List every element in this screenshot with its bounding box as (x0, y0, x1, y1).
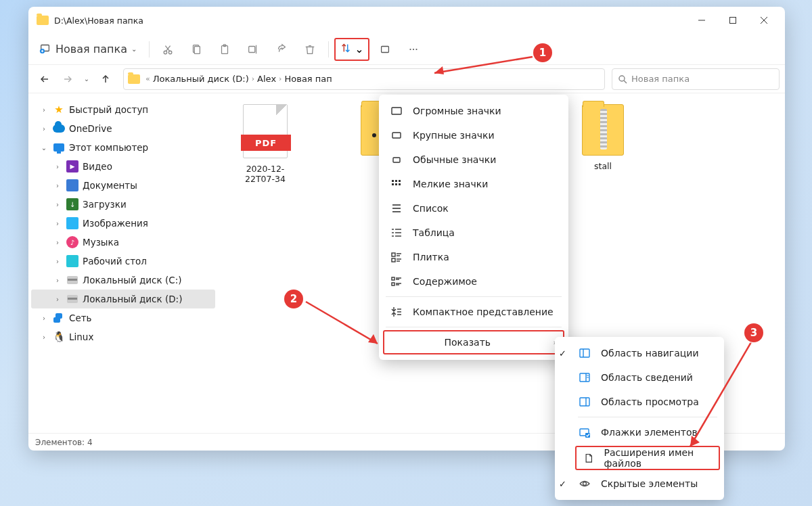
view-large[interactable]: Крупные значки (379, 123, 568, 147)
maximize-button[interactable] (717, 9, 748, 31)
tree-disk-d[interactable]: ›Локальный диск (D:) (31, 290, 215, 308)
nav-pane: ›★Быстрый доступ ›OneDrive ⌄Этот компьют… (28, 93, 218, 433)
svg-point-9 (169, 51, 173, 54)
desktop-icon (66, 255, 78, 267)
crumb-drive[interactable]: Локальный диск (D:) (153, 74, 249, 84)
view-show[interactable]: Показать› (383, 330, 564, 354)
small-icon (390, 177, 403, 191)
svg-rect-66 (580, 349, 589, 357)
tree-pictures[interactable]: ›Изображения (31, 214, 215, 233)
minimize-button[interactable] (686, 9, 717, 31)
layout-button[interactable] (372, 38, 398, 61)
tree-disk-c[interactable]: ›Локальный диск (C:) (31, 271, 215, 290)
folder-icon (37, 16, 49, 25)
svg-rect-22 (381, 46, 388, 52)
sort-view-button[interactable]: ⌄ (334, 38, 369, 61)
tree-documents[interactable]: ›Документы (31, 176, 215, 195)
svg-line-81 (690, 342, 751, 446)
svg-rect-31 (392, 108, 401, 114)
new-label: Новая папка (55, 43, 127, 55)
file-pdf[interactable]: PDF 2020-12-22T07-34 (231, 104, 299, 184)
share-button[interactable] (269, 38, 294, 61)
view-tiles[interactable]: Плитка (379, 245, 568, 269)
svg-rect-37 (392, 183, 394, 185)
callout-2: 2 (284, 290, 303, 308)
disk-icon (66, 274, 78, 286)
tree-quick-access[interactable]: ›★Быстрый доступ (31, 100, 215, 119)
svg-line-11 (166, 45, 170, 51)
view-menu: Огромные значки Крупные значки Обычные з… (379, 95, 568, 360)
nav-pane-icon (578, 346, 591, 360)
svg-rect-55 (392, 277, 394, 280)
view-small[interactable]: Мелкие значки (379, 172, 568, 196)
svg-marker-78 (434, 66, 444, 74)
close-button[interactable] (748, 9, 780, 31)
back-button[interactable] (34, 68, 55, 90)
menu-divider (386, 327, 562, 327)
up-button[interactable] (95, 68, 116, 90)
tree-music[interactable]: ›♪Музыка (31, 233, 215, 252)
svg-line-10 (166, 45, 171, 51)
tree-linux[interactable]: ›🐧Linux (31, 327, 215, 346)
linux-icon: 🐧 (53, 331, 65, 343)
view-compact[interactable]: Компактное представление (379, 300, 568, 324)
svg-rect-49 (392, 253, 395, 256)
chevron-down-icon: ⌄ (131, 45, 137, 53)
file-zip-2[interactable]: stall (569, 104, 637, 184)
svg-rect-1 (730, 18, 736, 24)
video-icon: ▶ (66, 160, 78, 172)
window-title: D:\Alex\Новая папка (54, 16, 143, 26)
eye-icon (578, 477, 591, 490)
new-icon (39, 42, 51, 57)
svg-rect-72 (580, 398, 589, 406)
list-icon (390, 202, 403, 215)
svg-rect-38 (395, 183, 397, 185)
cut-button[interactable] (155, 38, 181, 61)
tree-network[interactable]: ›Сеть (31, 308, 215, 327)
view-medium[interactable]: Обычные значки (379, 147, 568, 172)
paste-button[interactable] (212, 38, 238, 61)
file-name: stall (569, 161, 637, 171)
folder-icon (128, 74, 140, 84)
svg-rect-14 (222, 45, 228, 53)
crumb-folder[interactable]: Новая пап (284, 74, 332, 84)
window-controls (686, 9, 780, 31)
sort-icon (340, 42, 352, 57)
callout-3: 3 (744, 323, 763, 342)
large-icon (390, 129, 403, 142)
tree-onedrive[interactable]: ›OneDrive (31, 119, 215, 138)
tree-desktop[interactable]: ›Рабочий стол (31, 252, 215, 271)
rename-button[interactable] (240, 38, 266, 61)
arrow-1 (421, 53, 536, 80)
view-details[interactable]: Таблица (379, 221, 568, 245)
delete-button[interactable] (297, 38, 323, 61)
view-content[interactable]: Содержимое (379, 269, 568, 294)
crumb-alex[interactable]: Alex (257, 74, 276, 84)
tree-downloads[interactable]: ›↓Загрузки (31, 195, 215, 214)
network-icon (53, 312, 65, 324)
titlebar: D:\Alex\Новая папка (28, 7, 785, 34)
tree-videos[interactable]: ›▶Видео (31, 157, 215, 176)
svg-point-24 (413, 48, 414, 49)
disk-icon (66, 293, 78, 305)
svg-point-76 (583, 482, 587, 486)
view-extra-large[interactable]: Огромные значки (379, 99, 568, 123)
svg-rect-36 (399, 180, 401, 182)
recent-chevron[interactable]: ⌄ (80, 68, 93, 90)
svg-rect-58 (392, 283, 394, 285)
forward-button[interactable] (57, 68, 78, 90)
nav-row: ⌄ « Локальный диск (D:) › Alex › Новая п… (28, 65, 785, 93)
search-box[interactable]: Новая папка (612, 68, 780, 90)
arrow-2 (302, 298, 387, 350)
chevron-down-icon: ⌄ (355, 43, 363, 55)
show-hidden[interactable]: ✓Скрытые элементы (571, 472, 724, 496)
view-list[interactable]: Список (379, 196, 568, 221)
pdf-icon: PDF (243, 104, 288, 158)
copy-button[interactable] (183, 38, 209, 61)
tree-thispc[interactable]: ⌄Этот компьютер (31, 138, 215, 157)
item-count: Элементов: 4 (35, 438, 93, 447)
crumb-sep: › (252, 74, 254, 83)
svg-point-29 (619, 76, 625, 81)
new-button[interactable]: Новая папка ⌄ (32, 38, 143, 61)
pictures-icon (66, 217, 78, 229)
